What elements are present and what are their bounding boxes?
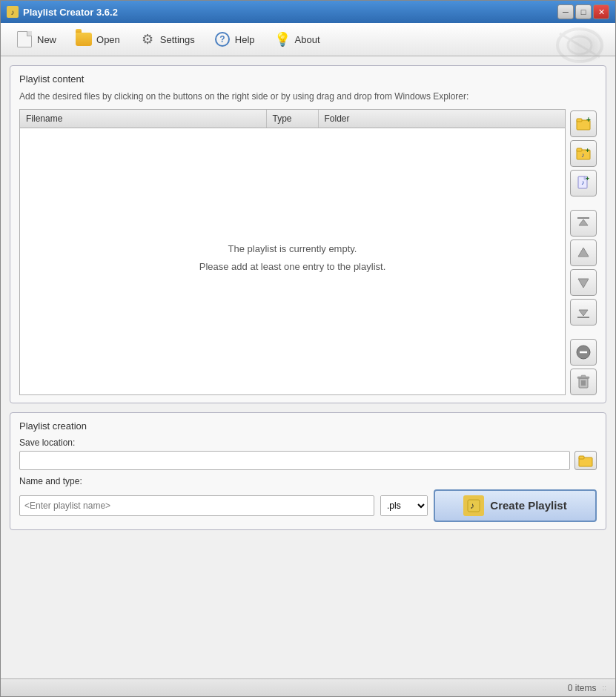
- side-buttons: + ♪ +: [570, 109, 597, 395]
- window-title: Playlist Creator 3.6.2: [23, 7, 118, 18]
- table-container: Filename Type Folder The playlist is cur…: [19, 109, 597, 395]
- title-controls: ─ □ ✕: [557, 4, 609, 19]
- playlist-content-title: Playlist content: [19, 73, 597, 85]
- open-button[interactable]: Open: [67, 27, 128, 51]
- svg-rect-29: [579, 456, 584, 459]
- help-icon: ?: [214, 31, 231, 47]
- save-location-input[interactable]: [19, 451, 570, 470]
- main-window: ♪ Playlist Creator 3.6.2 ─ □ ✕ New Open …: [0, 0, 616, 697]
- open-icon: [76, 31, 92, 47]
- clear-icon: [575, 374, 592, 390]
- playlist-icon: ♪: [466, 498, 481, 513]
- main-content: Playlist content Add the desired files b…: [1, 56, 615, 678]
- button-spacer-1: [570, 199, 597, 207]
- help-button[interactable]: ? Help: [206, 27, 263, 51]
- creation-section: Save location: Name and type:: [19, 437, 597, 522]
- svg-line-2: [560, 33, 600, 57]
- move-bottom-icon: [575, 304, 592, 320]
- move-bottom-button[interactable]: [570, 299, 597, 326]
- resize-handle: ::: [602, 684, 606, 692]
- button-spacer-2: [570, 328, 597, 336]
- playlist-description: Add the desired files by clicking on the…: [19, 90, 597, 103]
- create-playlist-button[interactable]: ♪ Create Playlist: [434, 489, 597, 522]
- browse-folder-icon: [578, 454, 593, 467]
- move-up-button[interactable]: [570, 240, 597, 266]
- svg-text:♪: ♪: [581, 151, 585, 159]
- add-folder-icon: +: [575, 116, 592, 132]
- type-select[interactable]: .pls .m3u .m3u8 .wpl .xspf: [381, 496, 427, 515]
- items-count: 0 items: [568, 683, 597, 693]
- status-bar: 0 items ::: [1, 678, 615, 696]
- svg-text:+: +: [586, 175, 589, 182]
- title-bar-left: ♪ Playlist Creator 3.6.2: [7, 6, 118, 18]
- about-icon: 💡: [274, 31, 291, 47]
- svg-marker-19: [579, 310, 588, 316]
- svg-text:♪: ♪: [470, 501, 474, 511]
- save-location-label: Save location:: [19, 437, 597, 448]
- close-button[interactable]: ✕: [593, 4, 609, 19]
- creation-row: .pls .m3u .m3u8 .wpl .xspf: [19, 489, 597, 522]
- svg-text:+: +: [586, 147, 589, 154]
- name-type-field: Name and type: .pls .m3u .m3u8 .wpl .xsp…: [19, 476, 597, 522]
- app-icon: ♪: [7, 6, 19, 18]
- maximize-button[interactable]: □: [575, 4, 592, 19]
- move-down-button[interactable]: [570, 269, 597, 296]
- open-label: Open: [96, 34, 120, 45]
- settings-label: Settings: [160, 34, 195, 45]
- col-folder: Folder: [319, 110, 566, 128]
- move-top-icon: [575, 215, 592, 231]
- type-select-wrapper: .pls .m3u .m3u8 .wpl .xspf: [380, 495, 428, 516]
- create-playlist-label: Create Playlist: [490, 499, 566, 512]
- svg-rect-14: [577, 217, 589, 219]
- add-music-folder-icon: ♪ +: [575, 145, 592, 162]
- browse-folder-button[interactable]: [574, 451, 597, 470]
- add-file-button[interactable]: ♪ +: [570, 170, 597, 196]
- name-type-label: Name and type:: [19, 476, 597, 486]
- move-down-icon: [575, 274, 592, 291]
- svg-marker-17: [578, 279, 589, 288]
- move-up-icon: [575, 245, 592, 261]
- about-label: About: [295, 34, 320, 45]
- title-bar: ♪ Playlist Creator 3.6.2 ─ □ ✕: [1, 1, 615, 23]
- playlist-table[interactable]: Filename Type Folder The playlist is cur…: [19, 109, 566, 395]
- remove-icon: [575, 344, 592, 360]
- new-button[interactable]: New: [8, 27, 64, 51]
- col-filename: Filename: [20, 110, 267, 128]
- settings-icon: ⚙: [139, 31, 156, 47]
- table-body-empty: The playlist is currently empty. Please …: [20, 128, 565, 388]
- toolbar: New Open ⚙ Settings ? Help 💡 About: [1, 23, 615, 56]
- help-label: Help: [235, 34, 255, 45]
- svg-rect-4: [577, 119, 582, 122]
- empty-line2: Please add at least one entry to the pla…: [199, 258, 386, 275]
- svg-rect-24: [581, 375, 586, 377]
- minimize-button[interactable]: ─: [557, 4, 574, 19]
- empty-line1: The playlist is currently empty.: [228, 240, 357, 257]
- new-label: New: [37, 34, 56, 45]
- watermark: [552, 26, 608, 65]
- about-button[interactable]: 💡 About: [266, 27, 328, 51]
- save-location-field: Save location:: [19, 437, 597, 470]
- create-playlist-icon: ♪: [463, 495, 484, 516]
- svg-point-1: [568, 36, 592, 54]
- move-top-button[interactable]: [570, 210, 597, 237]
- table-header: Filename Type Folder: [20, 110, 565, 128]
- playlist-name-input[interactable]: [19, 495, 374, 516]
- playlist-creation-panel: Playlist creation Save location:: [10, 412, 606, 530]
- settings-button[interactable]: ⚙ Settings: [131, 27, 203, 51]
- svg-marker-16: [578, 248, 589, 257]
- save-location-row: [19, 451, 597, 470]
- svg-marker-15: [579, 219, 588, 225]
- svg-point-0: [557, 29, 602, 62]
- col-type: Type: [267, 110, 319, 128]
- add-file-icon: ♪ +: [575, 175, 592, 191]
- svg-text:+: +: [586, 116, 591, 124]
- playlist-content-panel: Playlist content Add the desired files b…: [10, 65, 606, 403]
- svg-rect-18: [577, 317, 589, 318]
- clear-button[interactable]: [570, 369, 597, 395]
- playlist-creation-title: Playlist creation: [19, 420, 597, 432]
- new-icon: [16, 31, 33, 47]
- add-folder-button[interactable]: +: [570, 110, 597, 137]
- remove-button[interactable]: [570, 339, 597, 366]
- svg-text:♪: ♪: [581, 179, 585, 186]
- add-audio-folder-button[interactable]: ♪ +: [570, 140, 597, 167]
